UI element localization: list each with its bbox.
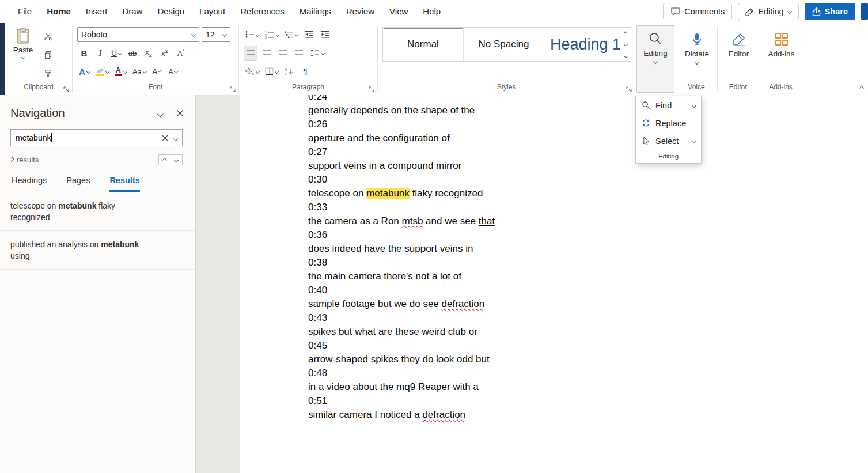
replace-icon xyxy=(641,119,651,127)
editing-mode-button[interactable]: Editing xyxy=(738,3,798,20)
shading-button[interactable] xyxy=(244,64,261,80)
menu-item-replace[interactable]: Replace xyxy=(636,114,701,132)
navigation-search-input[interactable]: metabunk xyxy=(10,129,183,146)
align-right-button[interactable] xyxy=(276,46,290,61)
superscript-button[interactable]: x2 xyxy=(158,46,172,61)
close-pane-icon[interactable] xyxy=(176,109,184,117)
nav-tab-pages[interactable]: Pages xyxy=(66,176,90,192)
bold-button[interactable]: B xyxy=(77,46,91,61)
search-options-chevron-icon[interactable] xyxy=(174,133,177,142)
menu-item-find[interactable]: Find xyxy=(636,96,701,114)
show-paragraph-marks-button[interactable]: ¶ xyxy=(298,64,312,80)
window-edge xyxy=(0,23,5,95)
menu-tab-layout[interactable]: Layout xyxy=(192,0,233,23)
document-line: does indeed have the support veins in xyxy=(308,242,868,256)
font-color-icon: A xyxy=(115,67,122,77)
navigation-pane: Navigation metabunk 2 results xyxy=(0,95,196,473)
chevron-down-icon xyxy=(123,69,127,73)
comments-button[interactable]: Comments xyxy=(663,3,732,20)
grow-font-button[interactable]: A xyxy=(150,64,164,80)
clear-formatting-button[interactable]: A° xyxy=(174,46,188,61)
line-spacing-button[interactable] xyxy=(308,46,326,61)
search-result-item[interactable]: telescope on metabunk flaky recognized xyxy=(0,192,195,231)
styles-gallery-more-button[interactable] xyxy=(620,50,631,61)
style-no-spacing[interactable]: No Spacing xyxy=(464,28,544,61)
pane-options-chevron-icon[interactable] xyxy=(158,108,162,119)
magnifier-icon xyxy=(648,31,663,46)
styles-scroll-up-button[interactable] xyxy=(620,28,631,39)
previous-result-button[interactable] xyxy=(158,154,170,165)
text-effects-button[interactable]: A xyxy=(77,64,92,80)
collapse-ribbon-icon[interactable] xyxy=(860,82,863,92)
document-page[interactable]: 0:24generally depends on the shape of th… xyxy=(240,95,868,473)
document-line: telescope on metabunk flaky recognized xyxy=(308,187,868,200)
decrease-indent-button[interactable] xyxy=(302,27,316,43)
font-name-combobox[interactable]: Roboto xyxy=(77,27,199,42)
multilevel-list-button[interactable] xyxy=(283,27,300,43)
addins-button[interactable]: Add-ins xyxy=(764,27,799,58)
styles-dialog-launcher-icon[interactable] xyxy=(626,86,632,93)
editor-button[interactable]: Editor xyxy=(722,27,755,58)
microphone-icon xyxy=(689,32,704,47)
menu-tab-help[interactable]: Help xyxy=(415,0,448,23)
font-color-button[interactable]: A xyxy=(113,64,128,80)
borders-button[interactable] xyxy=(263,64,280,80)
paste-button[interactable]: Paste xyxy=(10,27,36,81)
dictate-button[interactable]: Dictate xyxy=(680,27,714,64)
menu-tab-view[interactable]: View xyxy=(382,0,415,23)
align-left-button[interactable] xyxy=(244,46,257,61)
chevron-down-icon xyxy=(275,69,279,73)
paragraph-dialog-launcher-icon[interactable] xyxy=(369,86,375,93)
clear-search-icon[interactable] xyxy=(162,135,168,141)
text-caret xyxy=(51,133,52,142)
menu-tab-file[interactable]: File xyxy=(10,0,39,23)
bullet-list-button[interactable] xyxy=(244,27,261,43)
menu-item-select[interactable]: Select xyxy=(636,132,701,150)
change-case-button[interactable]: Aa xyxy=(131,64,148,80)
justify-button[interactable] xyxy=(292,46,306,61)
share-button[interactable]: Share xyxy=(805,3,855,20)
clipboard-group-label: Clipboard xyxy=(24,83,53,91)
ribbon-editing-button[interactable]: Editing xyxy=(636,25,674,93)
text-highlight-button[interactable] xyxy=(94,64,111,80)
document-line: spikes but what are these weird club or xyxy=(308,325,868,339)
cut-button[interactable] xyxy=(41,29,55,44)
format-painter-button[interactable] xyxy=(41,66,55,81)
document-line: aperture and the configuration of xyxy=(308,131,868,145)
underline-button[interactable]: U xyxy=(109,46,123,61)
align-center-button[interactable] xyxy=(260,46,274,61)
menu-tab-design[interactable]: Design xyxy=(150,0,192,23)
document-margin-gutter xyxy=(196,95,240,473)
font-size-combobox[interactable]: 12 xyxy=(202,27,230,42)
style-heading-1[interactable]: Heading 1 xyxy=(544,28,620,61)
chevron-down-icon xyxy=(275,32,279,36)
next-result-button[interactable] xyxy=(170,154,183,165)
bold-icon: B xyxy=(81,48,88,58)
nav-tab-results[interactable]: Results xyxy=(109,176,139,192)
menu-tab-home[interactable]: Home xyxy=(39,0,78,23)
menu-tab-mailings[interactable]: Mailings xyxy=(292,0,339,23)
numbered-list-button[interactable]: 123 xyxy=(263,27,281,43)
share-split-button[interactable] xyxy=(861,3,868,20)
strikethrough-button[interactable]: ab xyxy=(126,46,139,61)
copy-button[interactable] xyxy=(41,47,55,62)
sort-button[interactable]: AZ xyxy=(282,64,296,80)
search-result-item[interactable]: published an analysis on metabunk using xyxy=(0,231,195,270)
styles-scroll-down-button[interactable] xyxy=(620,39,631,51)
nav-tab-headings[interactable]: Headings xyxy=(12,176,47,192)
shrink-font-button[interactable]: A xyxy=(166,64,180,80)
style-normal[interactable]: Normal xyxy=(383,28,464,61)
menu-tab-review[interactable]: Review xyxy=(339,0,382,23)
menu-tab-references[interactable]: References xyxy=(233,0,292,23)
paragraph-group-label: Paragraph xyxy=(292,83,324,91)
font-dialog-launcher-icon[interactable] xyxy=(230,86,236,93)
italic-button[interactable]: I xyxy=(93,46,107,61)
menu-tab-draw[interactable]: Draw xyxy=(115,0,150,23)
increase-indent-button[interactable] xyxy=(319,27,332,43)
subscript-button[interactable]: x2 xyxy=(142,46,156,61)
clipboard-dialog-launcher-icon[interactable] xyxy=(63,86,70,93)
document-line: generally depends on the shape of the xyxy=(308,104,868,118)
addins-group-label: Add-ins xyxy=(769,83,793,91)
borders-icon xyxy=(265,67,274,75)
menu-tab-insert[interactable]: Insert xyxy=(78,0,115,23)
